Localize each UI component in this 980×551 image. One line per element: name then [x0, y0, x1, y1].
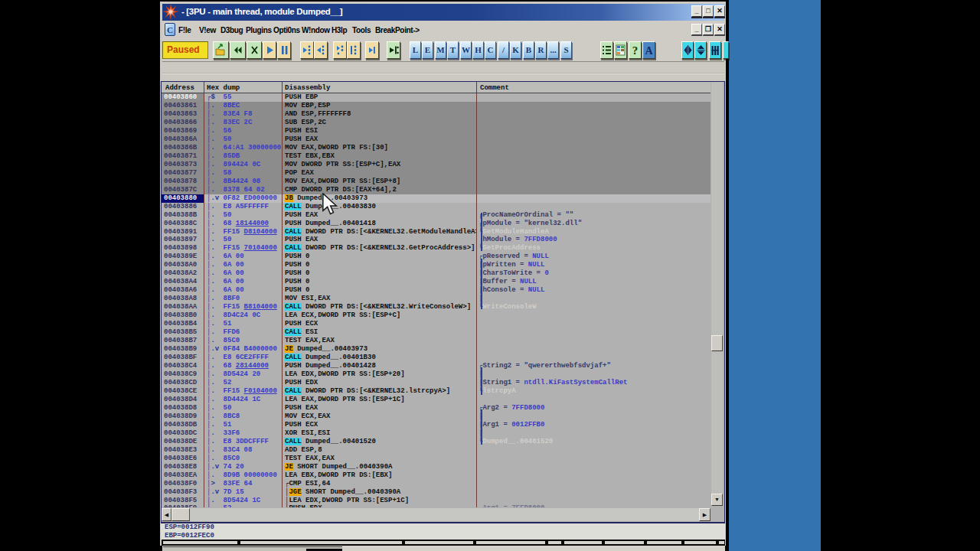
svg-text:A: A — [645, 45, 653, 57]
svg-text:?: ? — [632, 44, 639, 57]
